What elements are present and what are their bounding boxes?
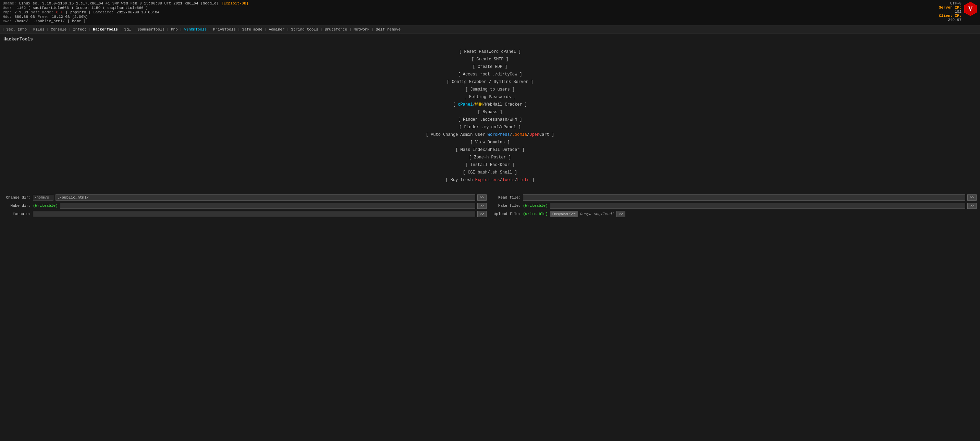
uname-full: 3.10.0-1160.15.2.el7.x86_64 #1 SMP Wed F… <box>42 2 219 5</box>
change-dir-input[interactable] <box>56 195 475 201</box>
make-dir-label: Make dir: <box>3 204 31 208</box>
nav-sep: | <box>46 27 49 32</box>
nav-sep: | <box>180 27 182 32</box>
sidebar-item-safe-mode[interactable]: Safe mode <box>240 27 264 32</box>
nav-sep: | <box>238 27 240 32</box>
safe-mode-label: Safe mode: <box>31 10 54 14</box>
make-dir-button[interactable]: >> <box>477 203 487 209</box>
navbar: | Sec. Info | Files | Console | Infect |… <box>0 26 980 34</box>
upload-file-writeable: (Writeable) <box>523 212 548 216</box>
nav-sep: | <box>287 27 289 32</box>
tool-access-root[interactable]: [ Access root ./dirtyCow ] <box>458 70 522 78</box>
tool-reset-password[interactable]: [ Reset Password cPanel ] <box>459 48 521 56</box>
tool-getting-passwords[interactable]: [ Getting Passwords ] <box>464 93 516 101</box>
execute-input[interactable] <box>33 211 475 217</box>
sidebar-item-sec-info[interactable]: Sec. Info <box>5 27 28 32</box>
tool-cpanel-cracker[interactable]: [ cPanel/WHM/WebMail Cracker ] <box>453 101 527 109</box>
read-file-label: Read file: <box>493 195 521 200</box>
server-ip-label: Server IP: <box>939 5 961 10</box>
bottom-bar: Change dir: /home/s >> Make dir: (Writea… <box>0 191 980 222</box>
tool-create-rdp[interactable]: [ Create RDP ] <box>473 63 508 70</box>
make-file-row: Make file: (Writeable) >> <box>493 203 977 209</box>
upload-select-button[interactable]: Dosyaları Seç <box>550 211 578 217</box>
uname-value: Linux se. <box>19 2 40 5</box>
tool-zone-h[interactable]: [ Zone-h Poster ] <box>469 153 511 161</box>
upload-file-label: Upload file: <box>493 212 521 216</box>
datetime-value: 2022-06-08 18:06:04 <box>116 10 159 14</box>
tool-install-backdoor[interactable]: [ Install BackDoor ] <box>465 161 515 169</box>
execute-label: Execute: <box>3 212 31 216</box>
sidebar-item-adminer[interactable]: Adminer <box>267 27 286 32</box>
make-dir-writeable: (Writeable) <box>33 204 58 208</box>
nav-sep: | <box>29 27 31 32</box>
tool-finder-mycnf[interactable]: [ Finder .my.cnf/cPanel ] <box>459 123 521 131</box>
sidebar-item-network[interactable]: Network <box>352 27 371 32</box>
client-ip-value: 249.97 <box>948 18 961 22</box>
phpinfo-link[interactable]: [ phpinfo ] <box>66 10 91 14</box>
tool-jumping-to-users[interactable]: [ Jumping to users ] <box>465 86 515 93</box>
tool-config-grabber[interactable]: [ Config Grabber / Symlink Server ] <box>447 78 533 86</box>
sidebar-item-sql[interactable]: Sql <box>123 27 133 32</box>
sidebar-item-v3n0mtools[interactable]: v3n0mTools <box>183 27 208 32</box>
upload-file-row: Upload file: (Writeable) Dosyaları Seç D… <box>493 211 977 217</box>
read-file-button[interactable]: >> <box>967 195 977 201</box>
tool-finder-accesshash[interactable]: [ Finder .accesshash/WHM ] <box>458 116 522 123</box>
uname-label: Uname: <box>3 2 16 5</box>
exploit-db-link[interactable]: [Exploit-DB] <box>221 2 248 5</box>
current-dir-display: /home/s <box>33 195 54 201</box>
sidebar-item-console[interactable]: Console <box>49 27 68 32</box>
read-file-row: Read file: >> <box>493 195 977 201</box>
tool-view-domains[interactable]: [ View Domains ] <box>470 139 509 146</box>
sidebar-item-files[interactable]: Files <box>32 27 46 32</box>
tool-buy-fresh[interactable]: [ Buy fresh Exploiters/Tools/Lists ] <box>445 176 534 184</box>
tool-cgi-bash[interactable]: [ CGI bash/.sh Shell ] <box>463 169 517 176</box>
svg-text:V: V <box>968 5 973 12</box>
nav-sep: | <box>264 27 267 32</box>
make-file-input[interactable] <box>550 203 965 209</box>
tool-auto-change-admin[interactable]: [ Auto Change Admin User WordPress/Jooml… <box>426 131 554 139</box>
encoding-display: UTF-8 <box>950 2 961 5</box>
upload-button[interactable]: >> <box>616 211 625 217</box>
read-file-input[interactable] <box>523 195 965 201</box>
make-dir-input[interactable] <box>60 203 475 209</box>
tool-create-smtp[interactable]: [ Create SMTP ] <box>471 56 509 63</box>
execute-button[interactable]: >> <box>477 211 487 217</box>
sidebar-item-self-remove[interactable]: Self remove <box>374 27 402 32</box>
cwd-value: /home/. <box>14 19 30 23</box>
change-dir-row: Change dir: /home/s >> <box>3 195 487 201</box>
nav-sep: | <box>120 27 123 32</box>
sidebar-item-bruteforce[interactable]: Bruteforce <box>323 27 348 32</box>
sidebar-item-spammertools[interactable]: SpammerTools <box>136 27 166 32</box>
free-value: 18.12 GB (2.06%) <box>52 15 88 19</box>
safe-mode-value: OFF <box>56 10 63 14</box>
sidebar-item-string-tools[interactable]: String tools <box>290 27 319 32</box>
sidebar-item-infect[interactable]: Infect <box>72 27 88 32</box>
header-info: Uname: Linux se. 3.10.0-1160.15.2.el7.x8… <box>3 2 907 24</box>
hdd-value: 880.88 GB <box>14 15 35 19</box>
nav-sep: | <box>349 27 352 32</box>
ip-info: UTF-8 Server IP: 102 Client IP: 249.97 <box>907 2 961 22</box>
sidebar-item-priv8tools[interactable]: Priv8Tools <box>212 27 237 32</box>
client-ip-label: Client IP: <box>939 14 961 18</box>
main-content: [ Reset Password cPanel ] [ Create SMTP … <box>0 45 980 191</box>
cwd-brackets[interactable]: [ home ] <box>67 19 86 23</box>
nav-sep: | <box>68 27 71 32</box>
sidebar-item-php[interactable]: Php <box>170 27 179 32</box>
hdd-label: Hdd: <box>3 15 12 19</box>
cwd-path[interactable]: ./public_html/ <box>33 19 65 23</box>
page-title: HackerTools <box>0 34 980 45</box>
server-ip-value: 102 <box>955 10 961 14</box>
nav-sep: | <box>167 27 169 32</box>
tool-mass-index[interactable]: [ Mass Index/Shell Defacer ] <box>455 146 525 153</box>
sidebar-item-hackertools[interactable]: HackerTools <box>91 27 119 32</box>
cwd-label: Cwd: <box>3 19 12 23</box>
make-file-button[interactable]: >> <box>967 203 977 209</box>
nav-sep: | <box>209 27 211 32</box>
nav-sep: | <box>133 27 135 32</box>
tool-bypass[interactable]: [ Bypass ] <box>478 109 502 116</box>
php-version: 7.3.33 <box>14 10 28 14</box>
user-label: User: <box>3 6 14 10</box>
nav-sep: | <box>89 27 91 32</box>
change-dir-button[interactable]: >> <box>477 195 487 201</box>
user-value: 1162 ( saqifaarticle666 ) Group: 1159 ( … <box>17 6 148 10</box>
